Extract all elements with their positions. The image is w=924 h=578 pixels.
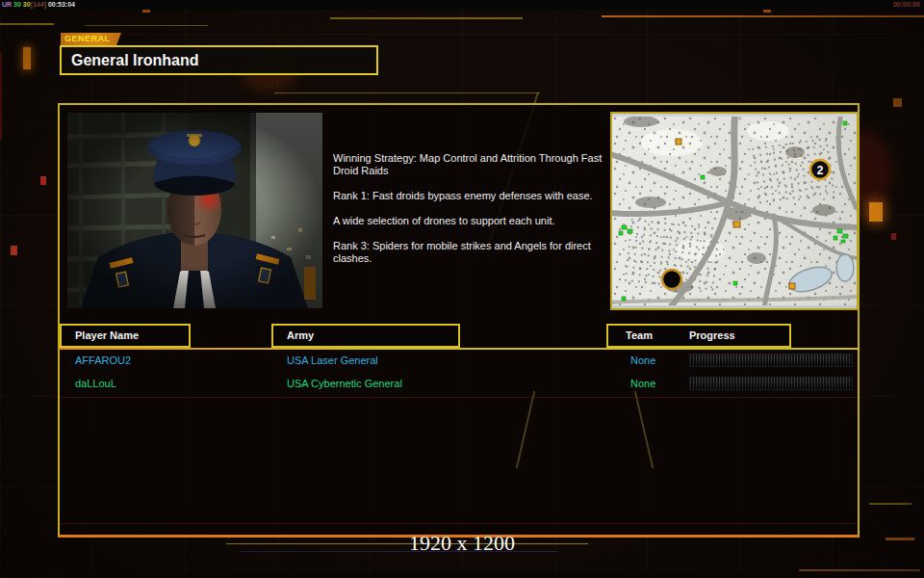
column-header-team-progress: Team Progress [606,324,791,348]
column-header-team: Team [626,326,653,346]
spawn-point-2: 2 [810,160,830,179]
load-progress-bar [689,354,853,367]
header-underline [58,348,860,350]
column-header-progress: Progress [689,326,735,346]
network-stats-overlay: UR 30 30[144] 00:53:04 [2,0,75,10]
column-header-army: Army [271,324,460,348]
match-timer: 00:00:00 [893,0,920,10]
column-header-player-name: Player Name [60,324,191,348]
player-name: daLLouL [75,376,116,392]
general-portrait-image [67,113,322,308]
spawn-point-open [662,270,681,289]
netstat-download: 30 [23,1,31,8]
netstat-ping: [144] [31,1,46,8]
general-name: General Ironhand [62,47,376,73]
circuit-line [60,523,858,524]
bottom-edge [0,572,924,578]
strategy-paragraph: Rank 3: Spiders for mobile strikes and A… [333,240,614,265]
general-title-box: General Ironhand [60,45,378,75]
player-team: None [630,376,655,392]
general-tab-label: GENERAL [61,33,121,45]
circuit-line [60,397,858,398]
svg-text:2: 2 [817,164,824,177]
player-team: None [630,353,655,369]
player-row: AFFAROU2 USA Laser General None [58,353,860,369]
player-army: USA Laser General [287,353,378,369]
netstat-clock: 00:53:04 [48,1,75,8]
load-progress-bar [689,377,853,390]
resolution-overlay: 1920 x 1200 [0,531,924,556]
netstat-label: UR [2,1,12,8]
player-row: daLLouL USA Cybernetic General None [58,376,860,392]
top-status-bar: UR 30 30[144] 00:53:04 00:00:00 [0,0,924,10]
netstat-upload: 30 [13,1,21,8]
general-strategy-text: Winning Strategy: Map Control and Attrit… [333,152,614,277]
strategy-paragraph: A wide selection of drones to support ea… [333,215,614,227]
strategy-paragraph: Winning Strategy: Map Control and Attrit… [333,152,614,177]
game-lobby-screen: UR 30 30[144] 00:53:04 00:00:00 GENERAL … [0,0,924,578]
player-army: USA Cybernetic General [287,376,402,392]
player-name: AFFAROU2 [75,353,131,369]
map-preview: 2 [610,112,859,310]
strategy-paragraph: Rank 1: Fast droids bypass enemy defense… [333,190,614,202]
